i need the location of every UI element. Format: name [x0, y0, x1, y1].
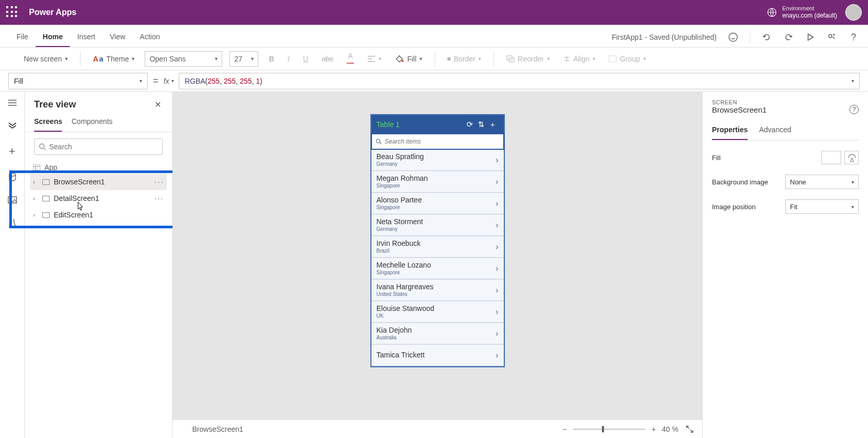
strike-button[interactable]: abc: [319, 53, 337, 65]
tree-tab-screens[interactable]: Screens: [34, 114, 62, 132]
svg-point-1: [829, 35, 832, 38]
undo-icon[interactable]: [762, 32, 772, 42]
list-item[interactable]: Beau SpratlingGermany›: [371, 149, 504, 171]
list-item[interactable]: Kia DejohnAustralia›: [371, 323, 504, 345]
list-item[interactable]: Neta StormentGermany›: [371, 214, 504, 236]
data-icon[interactable]: [8, 173, 17, 182]
canvas-footer: BrowseScreen1 − + 40 %: [173, 419, 702, 438]
waffle-icon[interactable]: [6, 6, 19, 19]
chevron-right-icon: ›: [495, 221, 498, 230]
insert-icon[interactable]: +: [9, 145, 16, 158]
phone-search[interactable]: [371, 134, 504, 149]
fill-picker-button[interactable]: [844, 151, 859, 164]
equals-sign: =: [153, 75, 159, 86]
italic-button[interactable]: I: [285, 53, 293, 65]
group-button[interactable]: Group▾: [606, 53, 649, 65]
list-item[interactable]: Alonso ParteeSingapore›: [371, 193, 504, 214]
svg-point-8: [10, 198, 11, 200]
zoom-in-button[interactable]: +: [652, 425, 656, 433]
align-button[interactable]: Align▾: [560, 53, 598, 65]
prop-fill-label: Fill: [712, 154, 721, 162]
redo-icon[interactable]: [783, 32, 794, 42]
underline-button[interactable]: U: [300, 53, 311, 65]
font-family-select[interactable]: Open Sans▾: [145, 51, 222, 67]
app-status: FirstApp1 - Saved (Unpublished): [612, 33, 717, 41]
tree-app-node[interactable]: App: [30, 161, 167, 174]
chevron-right-icon: ›: [495, 351, 498, 360]
formula-bar: Fill▾ = fx▾ RGBA(255, 255, 255, 1) ▾: [0, 70, 868, 92]
chevron-right-icon: ›: [495, 155, 498, 165]
env-label: Environment: [782, 5, 837, 12]
svg-point-11: [376, 139, 380, 143]
bg-image-select[interactable]: None▾: [785, 175, 859, 189]
close-tree-icon[interactable]: ✕: [152, 100, 163, 110]
fill-button[interactable]: Fill▾: [392, 53, 425, 65]
zoom-slider[interactable]: [573, 429, 645, 430]
text-align-button[interactable]: ▾: [364, 53, 384, 65]
play-icon[interactable]: [805, 32, 815, 42]
font-color-button[interactable]: A: [344, 51, 357, 66]
theme-button[interactable]: AaTheme▾: [90, 53, 138, 65]
list-item[interactable]: Elouise StanwoodUK›: [371, 301, 504, 323]
prop-pos-label: Image position: [712, 203, 756, 211]
user-avatar[interactable]: [845, 4, 862, 21]
app-checker-icon[interactable]: [728, 32, 738, 42]
chevron-right-icon: ›: [495, 242, 498, 252]
tree-tab-components[interactable]: Components: [71, 114, 112, 132]
screen-icon: [180, 426, 187, 432]
list-item[interactable]: Mechelle LozanoSingapore›: [371, 258, 504, 279]
tree-search-input[interactable]: [49, 143, 158, 151]
hamburger-icon[interactable]: [8, 99, 17, 106]
chevron-right-icon: ›: [495, 177, 498, 186]
phone-header: Table 1 ⟳ ⇅ ＋: [371, 115, 504, 134]
canvas[interactable]: Table 1 ⟳ ⇅ ＋ Beau SpratlingGermany›Mega…: [173, 92, 703, 438]
menu-tab-action[interactable]: Action: [133, 27, 167, 47]
search-icon: [376, 138, 382, 145]
share-icon[interactable]: [827, 32, 837, 42]
env-name: enayu.com (default): [782, 12, 837, 20]
environment-picker[interactable]: Environmentenayu.com (default): [767, 5, 837, 20]
list-item[interactable]: Tamica Trickett›: [371, 345, 504, 366]
bucket-icon: [395, 55, 404, 63]
tree-search[interactable]: [34, 138, 163, 155]
border-button[interactable]: Border▾: [444, 53, 484, 65]
advanced-tools-icon[interactable]: [8, 218, 17, 227]
add-icon[interactable]: ＋: [487, 120, 499, 130]
list-item[interactable]: Megan RohmanSingapore›: [371, 171, 504, 193]
reorder-button[interactable]: Reorder▾: [503, 53, 553, 65]
info-icon[interactable]: ?: [849, 105, 859, 114]
menu-tab-file[interactable]: File: [9, 27, 36, 47]
fill-swatch[interactable]: [822, 151, 841, 164]
formula-input[interactable]: RGBA(255, 255, 255, 1) ▾: [179, 73, 860, 89]
chevron-right-icon: ›: [495, 264, 498, 273]
menu-tab-insert[interactable]: Insert: [70, 27, 102, 47]
menu-bar: FileHomeInsertViewAction FirstApp1 - Sav…: [0, 25, 868, 48]
more-icon[interactable]: ···: [154, 178, 164, 186]
help-icon[interactable]: ?: [848, 32, 859, 42]
phone-search-input[interactable]: [385, 138, 500, 145]
fit-icon[interactable]: [685, 424, 695, 434]
app-header: Power Apps Environmentenayu.com (default…: [0, 0, 868, 25]
menu-tab-view[interactable]: View: [102, 27, 132, 47]
props-tab-advanced[interactable]: Advanced: [759, 122, 791, 140]
list-item[interactable]: Irvin RoebuckBrazil›: [371, 236, 504, 258]
menu-tab-home[interactable]: Home: [36, 27, 70, 47]
fx-label[interactable]: fx▾: [164, 77, 174, 85]
font-size-select[interactable]: 27▾: [229, 51, 258, 67]
tree-item[interactable]: ›EditScreen1: [30, 207, 167, 223]
list-item[interactable]: Ivana HargreavesUnited States›: [371, 279, 504, 301]
props-tab-properties[interactable]: Properties: [712, 122, 748, 140]
sort-icon[interactable]: ⇅: [476, 120, 487, 129]
left-rail: +: [0, 92, 25, 438]
media-icon[interactable]: [8, 196, 17, 204]
more-icon[interactable]: ···: [154, 194, 164, 202]
image-position-select[interactable]: Fit▾: [785, 199, 859, 214]
property-select[interactable]: Fill▾: [8, 73, 148, 89]
tree-item[interactable]: ›BrowseScreen1···: [30, 174, 167, 190]
tree-item[interactable]: ›DetailScreen1···: [30, 190, 167, 207]
tree-view-icon[interactable]: [8, 121, 17, 130]
bold-button[interactable]: B: [266, 53, 277, 65]
new-screen-button[interactable]: New screen▾: [8, 53, 71, 65]
refresh-icon[interactable]: ⟳: [464, 120, 476, 129]
zoom-out-button[interactable]: −: [563, 425, 567, 433]
